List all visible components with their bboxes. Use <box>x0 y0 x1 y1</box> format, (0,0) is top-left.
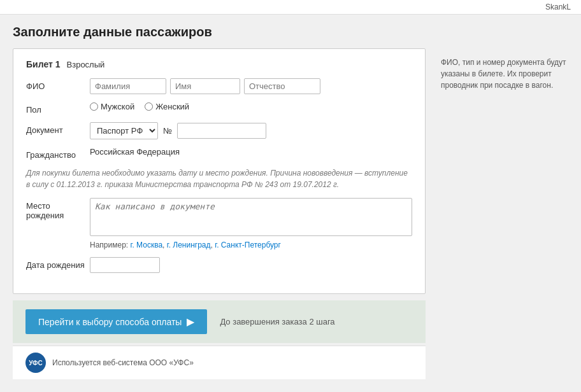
top-bar: SkankL <box>0 0 581 15</box>
footer-bar: УФС Используется веб-система ООО «УФС» <box>13 346 426 379</box>
form-card: Билет 1 Взрослый ФИО Пол Мужской <box>13 48 426 294</box>
dob-row: Дата рождения <box>26 257 412 273</box>
fio-label: ФИО <box>26 78 90 91</box>
imya-input[interactable] <box>170 78 240 94</box>
ufs-logo-text: УФС <box>29 360 43 367</box>
birthplace-label: Место рождения <box>26 198 90 220</box>
grazhdanstvo-value: Российская Федерация <box>90 147 412 157</box>
proceed-btn-label: Перейти к выбору способа оплаты <box>38 317 182 327</box>
dob-input[interactable] <box>90 257 160 273</box>
notice-text: Для покупки билета необходимо указать да… <box>26 167 412 190</box>
ticket-label: Билет 1 <box>26 59 61 69</box>
muzhskoy-radio[interactable] <box>90 102 98 111</box>
ticket-type: Взрослый <box>67 60 105 69</box>
main-content: Заполните данные пассажиров Билет 1 Взро… <box>0 15 581 389</box>
example-text: Например: г. Москва, г. Ленинград, г. Са… <box>90 241 412 249</box>
pol-row: Пол Мужской Женский <box>26 102 412 115</box>
zhenskiy-radio-label[interactable]: Женский <box>145 102 189 111</box>
zhenskiy-text: Женский <box>155 102 189 111</box>
grazhdanstvo-row: Гражданство Российская Федерация <box>26 147 412 160</box>
username: SkankL <box>545 3 571 11</box>
birthplace-input[interactable] <box>90 198 412 236</box>
familiya-input[interactable] <box>90 78 166 94</box>
example-1[interactable]: г. Москва <box>131 241 163 249</box>
dokument-row: Документ Паспорт РФ № <box>26 122 412 139</box>
footer-text: Используется веб-система ООО «УФС» <box>52 358 194 367</box>
sidebar-note: ФИО, тип и номер документа будут указаны… <box>441 57 568 91</box>
birthplace-row: Место рождения Например: г. Москва, г. Л… <box>26 198 412 249</box>
nomer-label: № <box>163 126 172 136</box>
citizenship-text: Российская Федерация <box>90 147 180 157</box>
otchestvo-input[interactable] <box>244 78 320 94</box>
muzhskoy-radio-label[interactable]: Мужской <box>90 102 134 111</box>
proceed-arrow-icon: ▶ <box>187 316 194 328</box>
doc-number-input[interactable] <box>177 123 266 139</box>
left-column: Заполните данные пассажиров Билет 1 Взро… <box>13 25 426 379</box>
ufs-logo: УФС <box>25 353 46 373</box>
right-column: ФИО, тип и номер документа будут указаны… <box>441 25 568 379</box>
page-title: Заполните данные пассажиров <box>13 25 426 39</box>
grazhdanstvo-label: Гражданство <box>26 147 90 160</box>
dob-content <box>90 257 412 273</box>
example-prefix: Например: <box>90 241 128 249</box>
pol-radios: Мужской Женский <box>90 102 412 111</box>
fio-inputs <box>90 78 412 94</box>
example-3[interactable]: г. Санкт-Петербург <box>215 241 281 249</box>
dob-label: Дата рождения <box>26 257 90 270</box>
steps-text: До завершения заказа 2 шага <box>220 317 334 326</box>
zhenskiy-radio[interactable] <box>145 102 153 111</box>
bottom-bar: Перейти к выбору способа оплаты ▶ До зав… <box>13 300 426 343</box>
example-2[interactable]: г. Ленинград <box>167 241 211 249</box>
proceed-button[interactable]: Перейти к выбору способа оплаты ▶ <box>25 309 207 334</box>
dokument-select[interactable]: Паспорт РФ <box>90 122 158 139</box>
ticket-header: Билет 1 Взрослый <box>26 59 412 69</box>
birthplace-content: Например: г. Москва, г. Ленинград, г. Са… <box>90 198 412 249</box>
dokument-content: Паспорт РФ № <box>90 122 412 139</box>
fio-row: ФИО <box>26 78 412 94</box>
dokument-label: Документ <box>26 122 90 135</box>
pol-label: Пол <box>26 102 90 115</box>
muzhskoy-text: Мужской <box>101 102 134 111</box>
